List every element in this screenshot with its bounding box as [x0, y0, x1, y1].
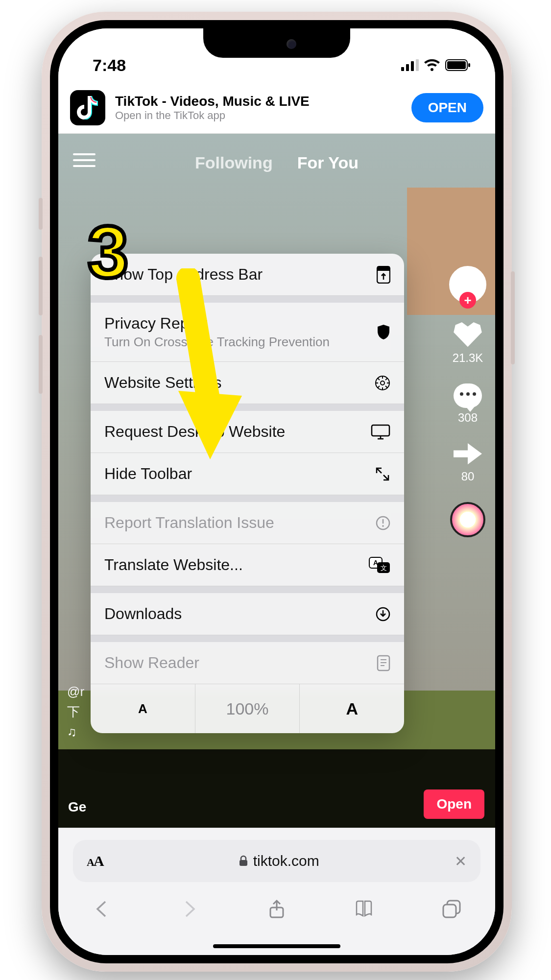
status-time: 7:48 — [93, 56, 126, 75]
app-store-banner: TikTok - Videos, Music & LIVE Open in th… — [58, 82, 495, 134]
open-button[interactable]: Open — [424, 789, 484, 819]
bottom-strip: Ge Open — [58, 749, 495, 828]
menu-label: Show Reader — [104, 654, 199, 672]
share-count: 80 — [461, 470, 475, 483]
cellular-icon — [401, 59, 419, 71]
forward-button[interactable] — [179, 899, 200, 919]
menu-label: Downloads — [104, 605, 182, 623]
menu-label: Report Translation Issue — [104, 514, 274, 532]
address-bar-top-icon — [377, 266, 390, 284]
svg-rect-20 — [372, 425, 389, 436]
shield-icon — [377, 324, 390, 340]
zoom-controls: A 100% A — [91, 684, 404, 733]
svg-line-19 — [385, 378, 387, 380]
expand-icon — [375, 466, 390, 482]
lock-icon — [239, 855, 248, 867]
banner-title: TikTok - Videos, Music & LIVE — [115, 94, 402, 109]
tab-foryou[interactable]: For You — [297, 153, 359, 172]
tab-following[interactable]: Following — [195, 153, 273, 172]
menu-show-reader: Show Reader — [91, 642, 404, 684]
address-bar-content: tiktok.com — [239, 853, 319, 869]
creator-avatar[interactable] — [449, 266, 486, 303]
svg-text:文: 文 — [381, 564, 387, 572]
svg-line-16 — [378, 378, 380, 380]
menu-label: Translate Website... — [104, 556, 243, 574]
svg-rect-2 — [411, 61, 414, 71]
music-icon[interactable]: ♫ — [67, 724, 84, 740]
svg-marker-37 — [178, 391, 242, 459]
svg-rect-3 — [416, 59, 419, 71]
safari-chrome: AA tiktok.com ✕ — [58, 828, 495, 955]
desktop-icon — [371, 424, 390, 440]
page-settings-button[interactable]: AA — [87, 853, 103, 869]
menu-show-top-address-bar[interactable]: Show Top Address Bar — [91, 254, 404, 296]
svg-rect-33 — [240, 860, 247, 866]
domain-text: tiktok.com — [253, 853, 319, 869]
share-icon — [454, 443, 482, 467]
svg-rect-5 — [447, 61, 466, 69]
back-button[interactable] — [92, 899, 112, 919]
battery-icon — [445, 59, 471, 71]
share-button[interactable] — [266, 899, 287, 919]
caption-line: 下 — [67, 703, 84, 720]
mute-switch — [39, 198, 43, 230]
tabs-button[interactable] — [441, 899, 462, 919]
action-rail: 21.3K 308 80 — [449, 266, 486, 537]
zoom-level[interactable]: 100% — [195, 684, 300, 733]
svg-rect-9 — [377, 266, 390, 271]
get-app-text: Ge — [68, 799, 86, 815]
bookmarks-button[interactable] — [354, 899, 374, 919]
volume-up-button — [39, 257, 43, 315]
wifi-icon — [424, 59, 440, 71]
svg-point-11 — [381, 381, 384, 385]
phone-frame: 7:48 TikTok - Videos, Music & LIVE Open … — [42, 12, 512, 972]
feed-tabs: Following For You — [58, 153, 495, 172]
notch — [203, 28, 350, 58]
svg-point-23 — [382, 525, 384, 527]
comment-count: 308 — [458, 411, 478, 425]
like-button[interactable]: 21.3K — [453, 322, 483, 365]
menu-privacy-report[interactable]: Privacy Report Turn On Cross-Site Tracki… — [91, 303, 404, 362]
home-indicator[interactable] — [213, 944, 340, 948]
like-count: 21.3K — [453, 351, 483, 365]
svg-rect-6 — [468, 63, 470, 67]
alert-icon — [376, 516, 390, 530]
svg-rect-0 — [401, 67, 404, 71]
svg-line-18 — [378, 386, 380, 388]
menu-downloads[interactable]: Downloads — [91, 593, 404, 635]
svg-rect-36 — [443, 905, 456, 917]
share-button[interactable]: 80 — [454, 443, 482, 483]
menu-hide-toolbar[interactable]: Hide Toolbar — [91, 453, 404, 495]
address-bar[interactable]: AA tiktok.com ✕ — [73, 840, 480, 882]
status-icons — [401, 59, 471, 71]
video-meta: @r 下 ♫ — [67, 684, 84, 740]
screen: 7:48 TikTok - Videos, Music & LIVE Open … — [58, 28, 495, 955]
tiktok-app-icon — [70, 90, 105, 125]
close-icon[interactable]: ✕ — [455, 853, 467, 870]
menu-report-translation-issue: Report Translation Issue — [91, 502, 404, 544]
reader-icon — [377, 655, 390, 671]
download-icon — [376, 607, 390, 621]
heart-icon — [453, 322, 482, 348]
open-app-button[interactable]: OPEN — [411, 93, 483, 122]
comment-button[interactable]: 308 — [454, 383, 482, 425]
menu-request-desktop-website[interactable]: Request Desktop Website — [91, 411, 404, 453]
creator-handle[interactable]: @r — [67, 684, 84, 699]
zoom-out-button[interactable]: A — [91, 684, 195, 733]
menu-website-settings[interactable]: Website Settings — [91, 362, 404, 404]
comment-icon — [454, 383, 482, 408]
zoom-in-button[interactable]: A — [300, 684, 404, 733]
volume-down-button — [39, 335, 43, 394]
svg-line-17 — [385, 386, 387, 388]
sound-disc[interactable] — [450, 502, 485, 537]
gear-icon — [375, 375, 390, 391]
power-button — [511, 271, 515, 364]
annotation-step-number: 3 — [88, 210, 128, 294]
hamburger-icon[interactable] — [73, 153, 96, 167]
translate-icon: A文 — [369, 557, 390, 574]
menu-translate-website[interactable]: Translate Website... A文 — [91, 544, 404, 586]
safari-page-menu: Show Top Address Bar Privacy Report Turn… — [91, 254, 404, 733]
safari-toolbar — [58, 882, 495, 936]
annotation-arrow — [159, 268, 247, 464]
banner-subtitle: Open in the TikTok app — [115, 109, 402, 122]
